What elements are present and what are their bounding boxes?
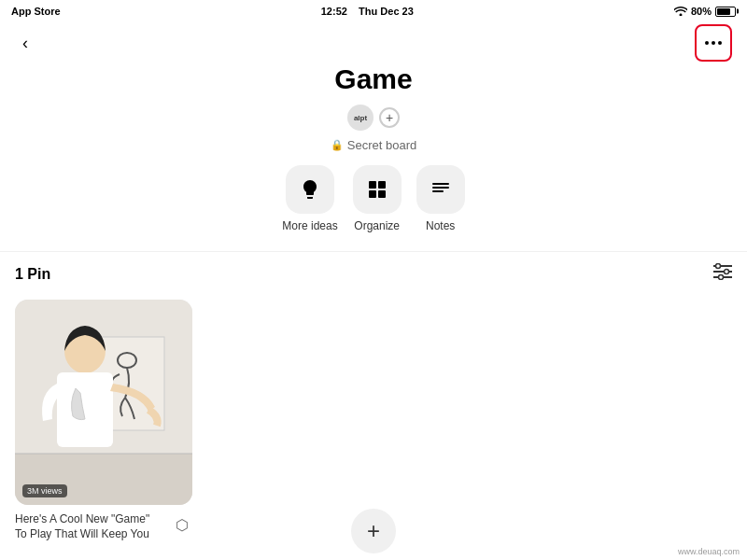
notes-label: Notes <box>426 219 455 232</box>
svg-rect-14 <box>57 372 113 447</box>
dot-2 <box>712 41 715 45</box>
pin-image: 3M views <box>15 300 192 505</box>
pin-views-badge: 3M views <box>22 484 67 497</box>
more-ideas-button[interactable]: More ideas <box>282 165 337 232</box>
notes-button[interactable]: Notes <box>416 165 465 232</box>
app-store-label: App Store <box>11 6 61 17</box>
board-title: Game <box>334 63 412 95</box>
svg-rect-1 <box>378 181 386 189</box>
status-bar-time: 12:52 Thu Dec 23 <box>321 6 414 17</box>
svg-point-9 <box>719 275 724 280</box>
owner-avatar: alpt <box>347 105 374 131</box>
svg-point-7 <box>716 264 721 269</box>
pins-grid: 3M views Here's A Cool New "Game"To Play… <box>0 292 747 535</box>
action-buttons: More ideas Organize Notes <box>282 165 464 232</box>
pin-title: Here's A Cool New "Game"To Play That Wil… <box>15 512 149 541</box>
status-bar: App Store 12:52 Thu Dec 23 80% <box>0 0 747 22</box>
more-ideas-icon <box>286 165 334 214</box>
svg-rect-0 <box>369 181 376 189</box>
organize-button[interactable]: Organize <box>353 165 402 232</box>
board-header: Game alpt + 🔒 Secret board More ideas <box>0 63 747 251</box>
owner-initials: alpt <box>354 114 367 122</box>
svg-rect-3 <box>378 190 386 198</box>
pin-bookmark-icon[interactable]: ⬡ <box>176 516 189 534</box>
board-owners: alpt + <box>347 105 400 131</box>
svg-point-8 <box>725 270 729 274</box>
pin-count: 1 Pin <box>15 266 50 283</box>
filter-icon[interactable] <box>713 263 732 285</box>
pin-count-bar: 1 Pin <box>0 251 747 292</box>
status-bar-right: 80% <box>674 6 736 18</box>
add-collaborator-button[interactable]: + <box>379 107 400 128</box>
more-options-button[interactable] <box>695 24 732 62</box>
more-ideas-label: More ideas <box>282 219 337 232</box>
status-bar-left: App Store <box>11 6 61 17</box>
organize-icon <box>353 165 402 214</box>
watermark: www.deuaq.com <box>678 547 740 556</box>
dot-1 <box>705 41 709 45</box>
back-button[interactable]: ‹ <box>15 30 35 57</box>
lock-icon: 🔒 <box>331 139 344 151</box>
notes-icon <box>416 165 465 214</box>
pin-card[interactable]: 3M views Here's A Cool New "Game"To Play… <box>15 300 192 541</box>
nav-bar: ‹ <box>0 22 747 63</box>
svg-rect-2 <box>369 190 376 198</box>
battery-label: 80% <box>691 6 712 17</box>
battery-indicator <box>715 7 736 17</box>
secret-badge: 🔒 Secret board <box>331 138 416 152</box>
organize-label: Organize <box>354 219 400 232</box>
more-dots <box>705 41 722 45</box>
wifi-icon <box>674 6 687 18</box>
dot-3 <box>718 41 722 45</box>
secret-label: Secret board <box>347 138 416 152</box>
add-pin-button[interactable]: + <box>351 509 396 553</box>
